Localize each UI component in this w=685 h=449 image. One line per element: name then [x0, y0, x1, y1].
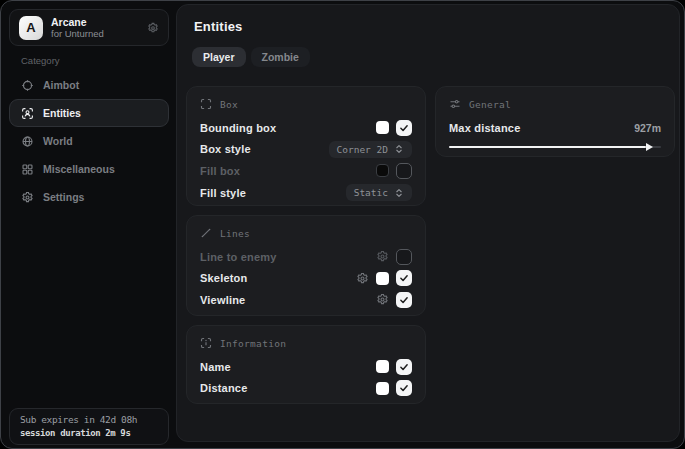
distance-label: Distance [200, 382, 247, 394]
box-card-title: Box [220, 99, 238, 110]
max-distance-label: Max distance [449, 122, 520, 134]
gear-icon[interactable] [376, 293, 389, 306]
distance-checkbox[interactable] [396, 380, 412, 396]
corners-icon [200, 98, 212, 110]
chevrons-up-down-icon [394, 144, 404, 154]
tab-player[interactable]: Player [192, 47, 246, 67]
fill-box-label: Fill box [200, 165, 240, 177]
skeleton-checkbox[interactable] [396, 270, 412, 286]
box-style-value: Corner 2D [337, 144, 388, 155]
fill-style-label: Fill style [200, 187, 246, 199]
brand-title: Arcane [51, 16, 104, 28]
sidebar-item-label: World [43, 135, 73, 147]
name-row: Name [200, 356, 412, 378]
sidebar-item-aimbot[interactable]: Aimbot [9, 71, 169, 99]
fill-style-dropdown[interactable]: Static [346, 184, 412, 201]
subscription-card: Sub expires in 42d 08h session duration … [9, 408, 169, 445]
grid-icon [21, 163, 34, 176]
max-distance-value: 927m [634, 122, 661, 134]
diagonal-line-icon [200, 227, 212, 239]
skeleton-color-swatch[interactable] [376, 272, 389, 285]
line-to-enemy-row: Line to enemy [200, 246, 412, 268]
skeleton-row: Skeleton [200, 268, 412, 290]
skeleton-label: Skeleton [200, 272, 247, 284]
app-window: A Arcane for Unturned Category [0, 0, 685, 449]
information-card-title: Information [220, 338, 286, 349]
sidebar-item-label: Entities [43, 107, 81, 119]
viewline-checkbox[interactable] [396, 292, 412, 308]
lines-card-title: Lines [220, 228, 250, 239]
slider-thumb[interactable] [646, 143, 653, 151]
box-style-row: Box style Corner 2D [200, 139, 412, 161]
box-card: Box Bounding box Box style Cor [186, 86, 426, 206]
brand-text: Arcane for Unturned [51, 16, 104, 39]
max-distance-row: Max distance 927m [449, 117, 661, 139]
page-title: Entities [194, 19, 243, 34]
chevrons-up-down-icon [394, 188, 404, 198]
name-color-swatch[interactable] [376, 360, 389, 373]
lines-card: Lines Line to enemy Skeleton [186, 215, 426, 316]
bounding-box-label: Bounding box [200, 122, 276, 134]
information-card-header: Information [200, 335, 412, 351]
general-card: General Max distance 927m [435, 86, 675, 157]
distance-row: Distance [200, 378, 412, 400]
line-to-enemy-label: Line to enemy [200, 251, 277, 263]
crosshair-icon [21, 79, 34, 92]
bounding-box-color-swatch[interactable] [376, 121, 389, 134]
name-label: Name [200, 361, 231, 373]
fill-style-row: Fill style Static [200, 182, 412, 204]
bounding-box-row: Bounding box [200, 117, 412, 139]
sidebar: A Arcane for Unturned Category [1, 1, 176, 448]
sub-expiry-text: Sub expires in 42d 08h [20, 413, 158, 427]
gear-icon[interactable] [376, 250, 389, 263]
box-style-dropdown[interactable]: Corner 2D [329, 141, 412, 158]
sidebar-item-settings[interactable]: Settings [9, 183, 169, 211]
line-to-enemy-checkbox[interactable] [396, 249, 412, 265]
sliders-icon [449, 98, 461, 110]
sidebar-item-entities[interactable]: Entities [9, 99, 169, 127]
person-scan-icon [21, 107, 34, 120]
slider-fill [449, 146, 646, 149]
brand-subtitle: for Unturned [51, 28, 104, 39]
viewline-label: Viewline [200, 294, 245, 306]
brand-logo: A [19, 16, 43, 40]
session-duration-text: session duration 2m 9s [20, 427, 158, 440]
sidebar-item-label: Miscellaneous [43, 163, 115, 175]
info-icon [200, 337, 212, 349]
distance-color-swatch[interactable] [376, 382, 389, 395]
general-card-header: General [449, 96, 661, 112]
max-distance-slider[interactable] [449, 141, 661, 153]
tab-zombie[interactable]: Zombie [251, 47, 310, 67]
globe-icon [21, 135, 34, 148]
gear-icon [21, 191, 34, 204]
fill-box-checkbox[interactable] [396, 163, 412, 179]
main-panel: Entities Player Zombie Box Bounding box [176, 4, 680, 442]
brand-card: A Arcane for Unturned [9, 9, 169, 46]
box-card-header: Box [200, 96, 412, 112]
fill-box-row: Fill box [200, 160, 412, 182]
sidebar-item-miscellaneous[interactable]: Miscellaneous [9, 155, 169, 183]
viewline-row: Viewline [200, 289, 412, 311]
fill-box-color-swatch[interactable] [376, 164, 389, 177]
bounding-box-checkbox[interactable] [396, 120, 412, 136]
name-checkbox[interactable] [396, 359, 412, 375]
gear-icon[interactable] [356, 272, 369, 285]
general-card-title: General [469, 99, 511, 110]
sidebar-nav: Aimbot Entities [9, 71, 169, 211]
sidebar-item-label: Settings [43, 191, 84, 203]
tab-bar: Player Zombie [192, 47, 310, 67]
category-label: Category [21, 55, 60, 66]
sidebar-item-world[interactable]: World [9, 127, 169, 155]
sidebar-item-label: Aimbot [43, 79, 79, 91]
box-style-label: Box style [200, 143, 251, 155]
information-card: Information Name Distance [186, 325, 426, 404]
lines-card-header: Lines [200, 225, 412, 241]
fill-style-value: Static [354, 187, 388, 198]
gear-icon[interactable] [147, 22, 159, 34]
